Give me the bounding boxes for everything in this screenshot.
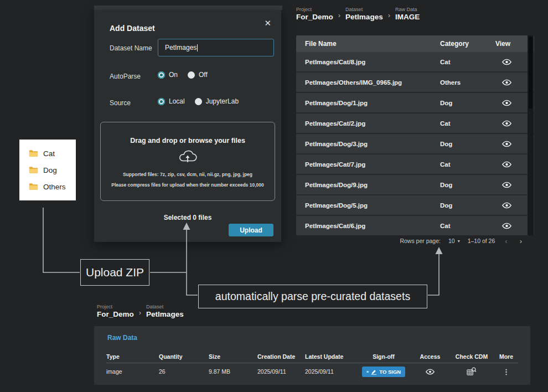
autoparse-on-label: On (169, 71, 178, 79)
dropzone-note: Please compress files for upload when th… (111, 182, 263, 188)
source-label: Source (110, 99, 131, 107)
rows-per-page-value: 10 (448, 238, 455, 244)
file-name-cell: PetImages/Dog/3.jpg (305, 141, 440, 147)
scrollbar-thumb[interactable] (529, 37, 533, 109)
upload-button[interactable]: Upload (229, 224, 273, 236)
category-cell: Dog (440, 141, 495, 147)
dropzone-title: Drag and drop or browse your files (130, 137, 245, 145)
eye-icon[interactable] (502, 161, 511, 168)
eye-icon[interactable] (502, 79, 511, 86)
tab-raw-data[interactable]: Raw Data (107, 334, 137, 342)
category-cell: Others (440, 79, 495, 86)
sign-off-cell: » TO SIGN (356, 367, 411, 377)
file-name-cell: PetImages/Dog/1.jpg (305, 100, 440, 106)
folder-icon (29, 166, 38, 174)
file-name-cell: PetImages/Cat/7.jpg (305, 161, 440, 168)
file-name-cell: PetImages/Cat/6.jpg (305, 223, 440, 229)
source-jupyterlab-option[interactable]: JupyterLab (195, 97, 239, 105)
latest-update-cell: 2025/09/11 (305, 368, 356, 375)
source-options: Local JupyterLab (158, 97, 239, 105)
breadcrumb-dataset[interactable]: Dataset PetImages (345, 7, 383, 21)
file-name-cell: PetImages/Dog/5.jpg (305, 202, 440, 209)
file-table-body: PetImages/Cat/8.jpg Cat PetImages/Others… (296, 52, 534, 235)
source-local-label: Local (169, 97, 185, 105)
col-size: Size (209, 353, 257, 360)
category-cell: Cat (440, 59, 495, 65)
caret-down-icon: ▾ (458, 239, 460, 244)
background-window-strip (94, 6, 282, 10)
crumb-label: Project (296, 7, 333, 12)
eye-icon[interactable] (502, 223, 511, 229)
selected-files-count: Selected 0 files (94, 214, 281, 221)
table-row: PetImages/Cat/6.jpg Cat (296, 216, 534, 235)
folder-name: Others (43, 183, 66, 191)
check-cdm-icon[interactable] (467, 367, 477, 376)
col-more: More (494, 353, 518, 360)
autoparse-options: On Off (158, 71, 208, 79)
close-icon[interactable]: ✕ (262, 16, 273, 30)
pagination: Rows per page: 10 ▾ 1–10 of 26 ‹ › (296, 235, 534, 247)
quantity-cell: 26 (159, 368, 209, 375)
dataset-row: image 26 9.87 MB 2025/09/11 2025/09/11 »… (106, 365, 518, 378)
crumb-value[interactable]: PetImages (146, 310, 184, 318)
eye-icon[interactable] (426, 369, 435, 375)
crumb-value[interactable]: PetImages (345, 13, 383, 21)
dataset-name-input[interactable]: PetImages (158, 39, 274, 56)
kebab-menu-icon[interactable]: ⋮ (503, 368, 510, 376)
chevron-right-icon: › (388, 11, 390, 21)
cloud-upload-icon (177, 149, 199, 166)
table-row: PetImages/Dog/5.jpg Dog (296, 195, 534, 216)
radio-jupyterlab-icon[interactable] (195, 98, 202, 105)
col-quantity: Quantity (159, 353, 209, 360)
prev-page-button[interactable]: ‹ (503, 237, 509, 245)
source-jupyterlab-label: JupyterLab (206, 97, 239, 105)
scrollbar[interactable] (528, 35, 534, 235)
access-cell (411, 369, 449, 375)
radio-local-selected-icon[interactable] (158, 98, 165, 105)
folder-item[interactable]: Cat (29, 145, 76, 162)
file-explorer-panel: Cat Dog Others (19, 140, 76, 200)
breadcrumb-project[interactable]: Project For_Demo (97, 304, 134, 318)
crumb-value[interactable]: IMAGE (395, 13, 420, 21)
eye-icon[interactable] (502, 100, 511, 106)
breadcrumb-rawdata[interactable]: Raw Data IMAGE (395, 7, 420, 21)
screen: Add Dataset ✕ Dataset Name PetImages Aut… (0, 0, 548, 392)
eye-icon[interactable] (502, 182, 511, 188)
file-table: File Name Category View PetImages/Cat/8.… (296, 35, 534, 235)
crumb-value[interactable]: For_Demo (97, 310, 134, 318)
folder-name: Cat (43, 149, 55, 158)
check-cdm-cell (449, 367, 494, 376)
folder-item[interactable]: Others (29, 178, 76, 195)
radio-on-selected-icon[interactable] (158, 71, 165, 79)
eye-icon[interactable] (502, 120, 511, 127)
autoparse-on-option[interactable]: On (158, 71, 178, 79)
breadcrumb-project[interactable]: Project For_Demo (296, 7, 333, 21)
rows-per-page-select[interactable]: 10 ▾ (448, 238, 460, 244)
table-row: PetImages/Dog/1.jpg Dog (296, 93, 534, 114)
to-sign-button[interactable]: » TO SIGN (362, 367, 405, 377)
col-access: Access (411, 353, 449, 360)
radio-off-icon[interactable] (188, 71, 195, 79)
crumb-label: Project (97, 304, 134, 310)
auto-parse-annotation: automatically parse pre-curated datasets (198, 285, 427, 308)
folder-item[interactable]: Dog (29, 162, 76, 178)
category-cell: Cat (440, 223, 495, 229)
col-category: Category (440, 40, 495, 48)
crumb-value[interactable]: For_Demo (296, 13, 333, 21)
eye-icon[interactable] (502, 141, 511, 147)
folder-icon (29, 183, 38, 190)
eye-icon[interactable] (502, 59, 511, 65)
autoparse-off-option[interactable]: Off (188, 71, 208, 79)
crumb-label: Dataset (146, 304, 184, 310)
rows-per-page-label: Rows per page: (400, 238, 441, 244)
source-local-option[interactable]: Local (158, 97, 185, 105)
col-file-name: File Name (305, 40, 440, 48)
file-name-cell: PetImages/Cat/2.jpg (305, 120, 440, 127)
file-dropzone[interactable]: Drag and drop or browse your files Suppo… (100, 122, 275, 201)
folder-icon (29, 149, 38, 157)
signature-icon (371, 369, 377, 375)
table-row: PetImages/Others/IMG_0965.jpg Others (296, 73, 534, 93)
eye-icon[interactable] (502, 202, 511, 209)
breadcrumb-dataset[interactable]: Dataset PetImages (146, 304, 184, 318)
next-page-button[interactable]: › (518, 237, 524, 245)
